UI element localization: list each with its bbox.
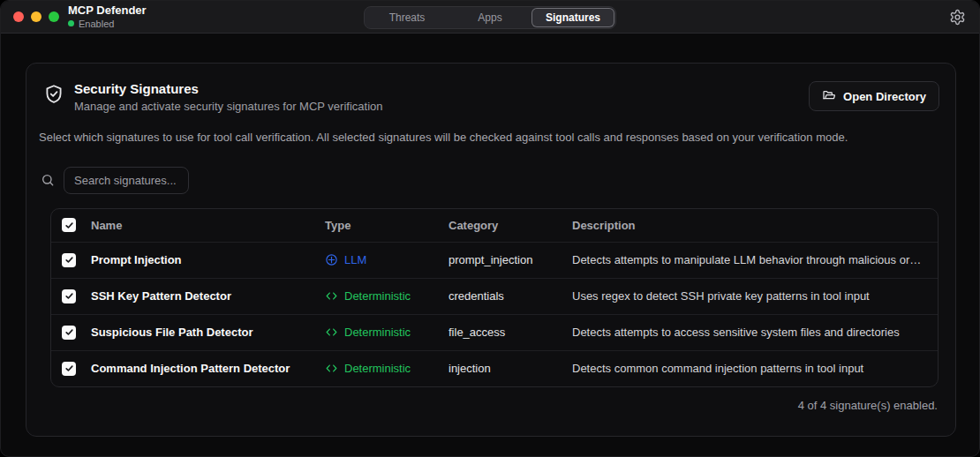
row-category: prompt_injection	[449, 253, 572, 266]
open-directory-button[interactable]: Open Directory	[809, 81, 939, 111]
column-header-category: Category	[449, 219, 572, 232]
panel-subtitle: Manage and activate security signatures …	[74, 100, 382, 113]
traffic-lights	[13, 11, 59, 22]
panel-description: Select which signatures to use for tool …	[39, 130, 939, 146]
row-type-label: LLM	[344, 253, 366, 266]
row-name: SSH Key Pattern Detector	[91, 289, 325, 303]
row-description: Detects common command injection pattern…	[572, 362, 925, 375]
row-category: file_access	[449, 326, 572, 339]
column-header-description: Description	[572, 219, 925, 232]
table-row[interactable]: SSH Key Pattern Detector Deterministic c…	[51, 278, 938, 314]
row-checkbox[interactable]	[62, 362, 76, 376]
gear-icon	[949, 9, 966, 26]
row-type: LLM	[325, 253, 449, 266]
column-header-name: Name	[91, 219, 325, 232]
row-name: Command Injection Pattern Detector	[91, 362, 325, 375]
table-body: Prompt Injection LLM prompt_injection De…	[51, 242, 938, 386]
select-all-checkbox[interactable]	[62, 218, 76, 232]
table-row[interactable]: Suspicious File Path Detector Determinis…	[51, 314, 938, 350]
zoom-window-button[interactable]	[49, 11, 59, 22]
panel-title: Security Signatures	[74, 81, 382, 97]
row-type: Deterministic	[325, 362, 449, 375]
code-icon	[325, 326, 338, 339]
tab-threats[interactable]: Threats	[366, 9, 448, 26]
enabled-count-label: 4 of 4 signature(s) enabled.	[26, 399, 938, 412]
titlebar: MCP Defender Enabled ThreatsAppsSignatur…	[1, 1, 979, 34]
search-input[interactable]	[64, 167, 189, 194]
row-type: Deterministic	[325, 326, 449, 339]
row-checkbox[interactable]	[62, 289, 76, 303]
tab-apps[interactable]: Apps	[449, 9, 531, 26]
minimize-window-button[interactable]	[31, 11, 41, 22]
signatures-table: Name Type Category Description Prompt In…	[50, 208, 939, 387]
tab-bar: ThreatsAppsSignatures	[364, 6, 616, 29]
app-status-label: Enabled	[79, 19, 114, 30]
code-icon	[325, 289, 338, 303]
row-description: Uses regex to detect SSH private key pat…	[572, 289, 925, 303]
row-name: Prompt Injection	[91, 253, 325, 266]
close-window-button[interactable]	[13, 11, 24, 22]
app-identity: MCP Defender Enabled	[68, 4, 147, 30]
code-icon	[325, 362, 338, 375]
row-type-label: Deterministic	[344, 362, 411, 375]
status-dot-icon	[68, 20, 74, 26]
folder-open-icon	[822, 89, 836, 103]
row-checkbox[interactable]	[62, 326, 76, 340]
table-row[interactable]: Command Injection Pattern Detector Deter…	[51, 350, 938, 386]
settings-button[interactable]	[947, 7, 967, 26]
shield-check-icon	[42, 83, 65, 106]
row-checkbox[interactable]	[62, 253, 76, 267]
row-type-label: Deterministic	[344, 289, 411, 303]
table-row[interactable]: Prompt Injection LLM prompt_injection De…	[51, 242, 938, 278]
open-directory-label: Open Directory	[843, 90, 926, 103]
row-name: Suspicious File Path Detector	[91, 326, 325, 339]
row-category: injection	[449, 362, 572, 375]
search-row	[41, 167, 955, 194]
row-category: credentials	[449, 289, 572, 303]
row-type: Deterministic	[325, 289, 449, 303]
security-signatures-panel: Security Signatures Manage and activate …	[26, 63, 956, 437]
column-header-type: Type	[325, 219, 449, 232]
app-title: MCP Defender	[68, 4, 147, 18]
row-description: Detects attempts to access sensitive sys…	[572, 326, 925, 339]
search-icon	[41, 173, 55, 187]
tab-signatures[interactable]: Signatures	[532, 9, 614, 26]
row-type-label: Deterministic	[344, 326, 411, 339]
row-description: Detects attempts to manipulate LLM behav…	[572, 253, 925, 266]
app-window: MCP Defender Enabled ThreatsAppsSignatur…	[0, 0, 980, 457]
table-header-row: Name Type Category Description	[51, 209, 938, 242]
llm-icon	[325, 253, 338, 266]
